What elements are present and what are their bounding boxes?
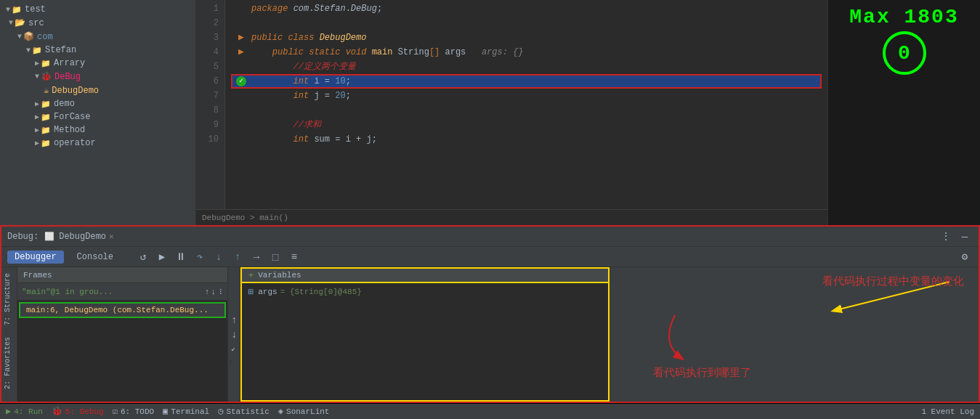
sidebar-item-test[interactable]: ▼ 📁 test bbox=[0, 3, 195, 16]
debug-icon: 🐞 bbox=[52, 406, 62, 417]
statistic-icon: ◷ bbox=[218, 406, 223, 417]
frames-content: main:6, DebugDemo (com.Stefan.DeBug... bbox=[17, 301, 227, 402]
yellow-arrow-svg bbox=[819, 274, 964, 318]
code-line-3: ▶ public class DebugDemo bbox=[231, 30, 822, 45]
side-tab-bar: 7: Structure 2: Favorites bbox=[1, 267, 17, 402]
pause-btn[interactable]: ⏸ bbox=[173, 249, 189, 265]
scroll-up-btn[interactable]: ↑ bbox=[231, 313, 237, 328]
sidebar-item-stefan[interactable]: ▼ 📁 Stefan bbox=[0, 44, 195, 57]
frame-up-btn[interactable]: ↑ bbox=[205, 288, 210, 296]
sidebar-item-debugdemo[interactable]: ☕ DebugDemo bbox=[0, 84, 195, 97]
sidebar: ▼ 📁 test ▼ 📂 src ▼ 📦 com ▼ 📁 Stefan ▶ 📁 … bbox=[0, 0, 196, 225]
scroll-buttons bbox=[215, 359, 231, 365]
status-todo-label: 6: TODO bbox=[121, 407, 154, 416]
code-area[interactable]: package com.Stefan.DeBug; ▶ public class… bbox=[225, 0, 827, 209]
debug-minimize-btn[interactable]: — bbox=[957, 229, 973, 245]
class-icon: ☕ bbox=[44, 85, 49, 96]
right-panel: Max 1803 0 bbox=[827, 0, 980, 225]
code-line-6: ✓ int i = 10; bbox=[231, 74, 822, 89]
status-sonarlint-label: SonarLint bbox=[286, 407, 329, 416]
folder-icon: 📁 bbox=[41, 126, 51, 135]
src-icon: 📂 bbox=[15, 17, 25, 28]
main-area: ▼ 📁 test ▼ 📂 src ▼ 📦 com ▼ 📁 Stefan ▶ 📁 … bbox=[0, 0, 980, 225]
sidebar-item-src[interactable]: ▼ 📂 src bbox=[0, 16, 195, 30]
debug-toolbar: Debugger Console ↺ ▶ ⏸ ↷ ↓ ↑ → ⬚ ≡ ⚙ bbox=[1, 247, 979, 267]
panel-scroll-arrows: ↑ ↓ ↙ bbox=[228, 267, 240, 402]
expand-arrow: ▶ bbox=[35, 113, 39, 121]
var-value: = {String[0]@485} bbox=[280, 288, 362, 296]
annotation-vars-area: 看代码执行过程中变量的变化 bbox=[819, 274, 964, 321]
step-out-btn[interactable]: ↑ bbox=[230, 249, 246, 265]
status-run[interactable]: ▶ 4: Run bbox=[6, 406, 43, 417]
sidebar-item-arrary[interactable]: ▶ 📁 Arrary bbox=[0, 57, 195, 70]
frame-down-btn[interactable]: ↓ bbox=[211, 288, 216, 296]
max-label: Max 1803 bbox=[849, 6, 958, 28]
status-statistic[interactable]: ◷ Statistic bbox=[218, 406, 270, 417]
variables-label: Variables bbox=[258, 271, 301, 280]
status-terminal[interactable]: ▣ Terminal bbox=[163, 406, 209, 417]
expand-arrow: ▶ bbox=[35, 139, 39, 147]
sidebar-item-debug[interactable]: ▼ 🐞 DeBug bbox=[0, 70, 195, 84]
sonarlint-icon: ◈ bbox=[278, 406, 283, 417]
settings-btn[interactable]: ⚙ bbox=[957, 249, 973, 265]
expand-arrow: ▶ bbox=[35, 59, 39, 68]
sidebar-item-method[interactable]: ▶ 📁 Method bbox=[0, 123, 195, 137]
counter-value: 0 bbox=[898, 42, 910, 65]
scroll-down-btn[interactable]: ↓ bbox=[231, 328, 237, 342]
run-cursor-btn[interactable]: → bbox=[248, 249, 264, 265]
evaluate-btn[interactable]: ⬚ bbox=[267, 249, 283, 265]
folder-icon: 📁 bbox=[32, 46, 42, 55]
breakpoint-col-6: ✓ bbox=[231, 76, 251, 86]
code-line-7: int j = 20; bbox=[231, 89, 822, 103]
frames-header: Frames bbox=[17, 267, 227, 283]
resume-btn[interactable]: ▶ bbox=[154, 249, 170, 265]
breadcrumb: DebugDemo > main() bbox=[196, 209, 827, 225]
side-tab-structure[interactable]: 7: Structure bbox=[1, 267, 17, 331]
status-debug[interactable]: 🐞 5: Debug bbox=[52, 406, 104, 417]
debug-options-btn[interactable]: ⋮ bbox=[938, 229, 954, 245]
frame-item-1[interactable]: main:6, DebugDemo (com.Stefan.DeBug... bbox=[19, 302, 226, 318]
step-into-btn[interactable]: ↓ bbox=[211, 249, 227, 265]
add-var-icon[interactable]: + bbox=[248, 270, 254, 281]
scroll-corner-btn[interactable]: ↙ bbox=[231, 342, 237, 357]
status-todo[interactable]: ☑ 6: TODO bbox=[113, 406, 154, 417]
breakpoint-check-6: ✓ bbox=[236, 76, 246, 86]
tab-debugger[interactable]: Debugger bbox=[7, 251, 64, 264]
folder-icon: 📁 bbox=[41, 139, 51, 148]
frame-text: main:6, DebugDemo (com.Stefan.DeBug... bbox=[26, 306, 208, 314]
sidebar-item-forcase[interactable]: ▶ 📁 ForCase bbox=[0, 110, 195, 123]
editor-content: 1 2 3 4 5 6 7 8 9 10 package com.Stefan.… bbox=[196, 0, 827, 209]
close-icon[interactable]: ✕ bbox=[109, 232, 114, 241]
sidebar-label: Method bbox=[54, 125, 85, 135]
counter-icon: 0 bbox=[883, 31, 926, 75]
breakpoint-col-4: ▶ bbox=[231, 45, 251, 60]
annotation-code-text: 看代码执行到哪里了 bbox=[653, 366, 751, 380]
side-tab-favorites[interactable]: 2: Favorites bbox=[1, 331, 17, 395]
sidebar-item-com[interactable]: ▼ 📦 com bbox=[0, 30, 195, 44]
variables-panel: + Variables ⊞ args = {String[0]@485} bbox=[240, 267, 610, 402]
sidebar-label: com bbox=[37, 32, 53, 42]
more-btn[interactable]: ≡ bbox=[286, 249, 302, 265]
variable-args[interactable]: ⊞ args = {String[0]@485} bbox=[242, 285, 608, 299]
sidebar-item-operator[interactable]: ▶ 📁 operator bbox=[0, 137, 195, 150]
status-event-log[interactable]: 1 Event Log bbox=[921, 407, 974, 416]
up-down-arrows: ↑ ↓ bbox=[205, 288, 216, 296]
tab-console[interactable]: Console bbox=[70, 251, 121, 264]
editor-container: 1 2 3 4 5 6 7 8 9 10 package com.Stefan.… bbox=[196, 0, 827, 225]
breadcrumb-text: DebugDemo > main() bbox=[202, 213, 288, 222]
status-sonarlint[interactable]: ◈ SonarLint bbox=[278, 406, 330, 417]
debug-panel: Debug: ⬜ DebugDemo ✕ ⋮ — Debugger Consol… bbox=[0, 225, 980, 403]
sidebar-label: demo bbox=[54, 99, 75, 109]
sidebar-label: DeBug bbox=[54, 72, 81, 82]
rerun-btn[interactable]: ↺ bbox=[135, 249, 151, 265]
status-bar: ▶ 4: Run 🐞 5: Debug ☑ 6: TODO ▣ Terminal… bbox=[0, 403, 980, 419]
run-arrow-3: ▶ bbox=[238, 30, 244, 45]
expand-arrow: ▶ bbox=[35, 99, 39, 108]
code-line-10: int sum = i + j; bbox=[231, 132, 822, 147]
filter-btn[interactable]: ⫶ bbox=[219, 287, 223, 296]
step-over-btn[interactable]: ↷ bbox=[192, 249, 208, 265]
sidebar-item-demo[interactable]: ▶ 📁 demo bbox=[0, 97, 195, 110]
pkg-icon: 📦 bbox=[23, 31, 34, 42]
status-statistic-label: Statistic bbox=[226, 407, 269, 416]
run-icon: ▶ bbox=[6, 406, 11, 417]
